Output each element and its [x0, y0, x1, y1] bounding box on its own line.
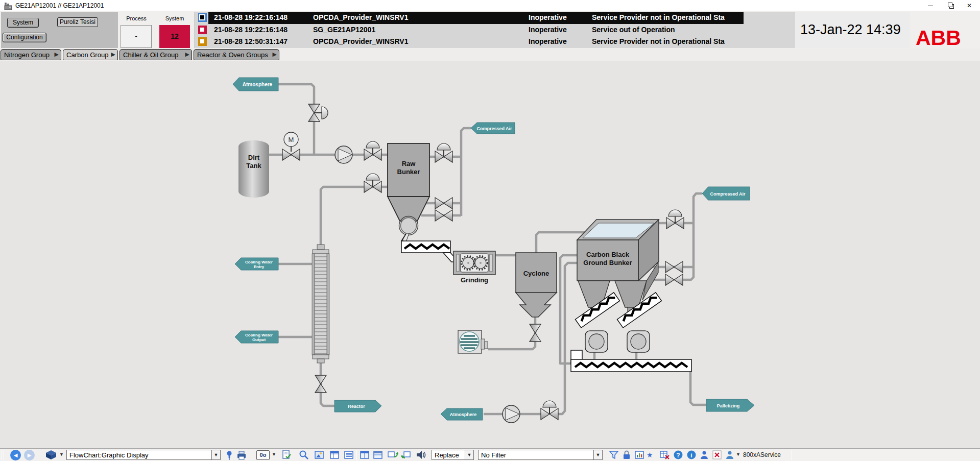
minimize-button[interactable]: [922, 0, 939, 11]
favorites-star-icon[interactable]: ★: [647, 450, 653, 460]
dirt-tank-label: Dirt: [248, 154, 260, 161]
alarm-ack-checkbox[interactable]: [198, 37, 207, 46]
alarm-ack-checkbox[interactable]: [198, 26, 207, 34]
display-selector-combo[interactable]: FlowChart:Graphic Display▼: [66, 450, 221, 460]
svg-text:Palletizing: Palletizing: [717, 403, 740, 408]
system-alarm-count[interactable]: 12: [159, 25, 190, 48]
rotary-feeder-2[interactable]: [627, 331, 650, 352]
user-icon[interactable]: [700, 450, 709, 460]
help-icon[interactable]: ?: [673, 450, 683, 460]
dirt-tank-label: Tank: [246, 162, 261, 169]
document-check-icon[interactable]: [281, 450, 292, 460]
svg-text:Atmosphere: Atmosphere: [243, 82, 273, 87]
close-button[interactable]: ✕: [961, 0, 978, 11]
pipe-cyclone-fan: [488, 317, 535, 349]
raw-bunker-label: Bunker: [397, 168, 420, 176]
tab-chiller-oil-group[interactable]: Chiller & Oil Group▶: [119, 49, 192, 60]
svg-text:Compressed Air: Compressed Air: [710, 191, 746, 197]
rotary-feeder-1[interactable]: [585, 331, 608, 352]
speaker-icon[interactable]: [416, 450, 426, 460]
trend-window-icon[interactable]: [634, 450, 644, 460]
process-graphic-display: Dirt Tank M Raw Bunker: [0, 61, 980, 448]
filter-combo[interactable]: No Filter▼: [478, 450, 603, 460]
funnel-valve-1[interactable]: [435, 198, 452, 209]
rawbunker-outlet-valve[interactable]: [364, 174, 381, 192]
funnel-valve-2[interactable]: [435, 210, 452, 221]
cooling-heat-exchanger[interactable]: [312, 245, 329, 363]
alarm-ack-checkbox[interactable]: [198, 13, 207, 22]
svg-text:Cooling Water: Cooling Water: [245, 333, 273, 337]
header-left-panel: System Puroliz Tesisi Configuration: [1, 12, 118, 48]
swap-display-icon[interactable]: [387, 450, 398, 460]
ground-bunker-label: Ground Bunker: [583, 259, 632, 266]
alarm-row[interactable]: 21-08-28 19:22:16:148 SG_GE21AP12001 Ino…: [195, 24, 795, 36]
close-display-icon[interactable]: [712, 450, 722, 460]
grinding-label: Grinding: [461, 276, 488, 284]
info-icon[interactable]: i: [686, 450, 697, 460]
bunker-valve-1[interactable]: [665, 261, 683, 273]
rawbunker-air-valve[interactable]: [435, 143, 452, 162]
tab-arrow-icon[interactable]: ▶: [55, 51, 59, 58]
configuration-button[interactable]: Configuration: [3, 33, 46, 42]
alarm-row[interactable]: 21-08-28 12:50:31:147 OPCDA_Provider_WIN…: [195, 36, 795, 48]
mode-combo[interactable]: Replace▼: [432, 450, 474, 460]
cyclone-outlet-valve[interactable]: [530, 324, 541, 342]
default-aspect-button[interactable]: 0o: [256, 450, 270, 460]
grinding-machine[interactable]: Grinding: [453, 251, 495, 284]
combo-dropdown-icon[interactable]: ▼: [593, 450, 602, 459]
combo-dropdown-icon[interactable]: ▼: [465, 450, 473, 459]
svg-text:i: i: [690, 452, 692, 459]
fan-unit[interactable]: [458, 330, 488, 353]
window-layout-icon[interactable]: [360, 450, 370, 460]
dirt-tank[interactable]: Dirt Tank: [238, 140, 269, 198]
tab-arrow-icon[interactable]: ▶: [111, 51, 115, 58]
swap-display-2-icon[interactable]: [401, 450, 412, 460]
screw-conveyor-1[interactable]: [401, 233, 459, 262]
tab-arrow-icon[interactable]: ▶: [185, 51, 189, 58]
table-aspect-icon[interactable]: [329, 450, 340, 460]
title-bar: GE21AP12001 // GE21AP12001 ✕: [0, 0, 980, 11]
cyclone[interactable]: Cyclone: [516, 253, 557, 317]
air-blower-pump[interactable]: [503, 405, 520, 423]
bunker-air-valve[interactable]: [666, 210, 684, 229]
system-button[interactable]: System: [7, 18, 39, 28]
service-user-icon[interactable]: [725, 450, 734, 460]
back-button[interactable]: ◀: [10, 450, 21, 460]
motor-valve[interactable]: M: [282, 132, 300, 160]
datetime: 13-Jan-22 14:39: [800, 22, 901, 38]
alarm-row[interactable]: 21-08-28 19:22:16:148 OPCDA_Provider_WIN…: [195, 12, 795, 24]
pipe-compressed-air-1: [461, 128, 471, 216]
bottom-toolbar: ◀ ▶ ▼ FlowChart:Graphic Display▼ 0o ▼: [0, 448, 980, 461]
cooler-outlet-valve[interactable]: [315, 375, 326, 393]
air-control-valve[interactable]: [541, 401, 558, 420]
raw-bunker[interactable]: Raw Bunker: [388, 143, 429, 235]
cube-dropdown-icon[interactable]: ▼: [59, 452, 64, 457]
tab-arrow-icon[interactable]: ▶: [273, 51, 277, 58]
process-alarm-count[interactable]: -: [121, 25, 152, 48]
pipe-palletizing: [688, 370, 706, 405]
rawbunker-inlet-valve[interactable]: [364, 141, 381, 160]
pin-icon[interactable]: [224, 450, 233, 460]
forward-button[interactable]: ▶: [24, 450, 35, 460]
bunker-valve-2[interactable]: [665, 274, 683, 285]
tab-nitrogen-group[interactable]: Nitrogen Group▶: [1, 49, 61, 60]
screw-conveyor-bottom[interactable]: [571, 350, 691, 372]
vent-valve[interactable]: [308, 104, 328, 122]
grid-remove-icon[interactable]: [659, 450, 670, 460]
service-dropdown-icon[interactable]: ▼: [736, 452, 740, 457]
filter-funnel-icon[interactable]: [609, 450, 619, 460]
tab-reactor-oven-groups[interactable]: Reactor & Oven Groups▶: [194, 49, 279, 60]
window-layout-2-icon[interactable]: [373, 450, 383, 460]
plant-field[interactable]: Puroliz Tesisi: [57, 17, 98, 27]
list-aspect-icon[interactable]: [344, 450, 354, 460]
search-icon[interactable]: [299, 450, 309, 460]
image-aspect-icon[interactable]: [314, 450, 324, 460]
tab-carbon-group[interactable]: Carbon Group▶: [63, 49, 118, 60]
lock-icon[interactable]: [622, 450, 631, 460]
workplace-cube-icon[interactable]: [45, 450, 57, 460]
print-icon[interactable]: [236, 450, 247, 460]
restore-button[interactable]: [942, 0, 960, 11]
combo-dropdown-icon[interactable]: ▼: [211, 450, 220, 459]
aspect-dropdown-icon[interactable]: ▼: [272, 452, 276, 457]
feed-pump[interactable]: [335, 146, 352, 163]
